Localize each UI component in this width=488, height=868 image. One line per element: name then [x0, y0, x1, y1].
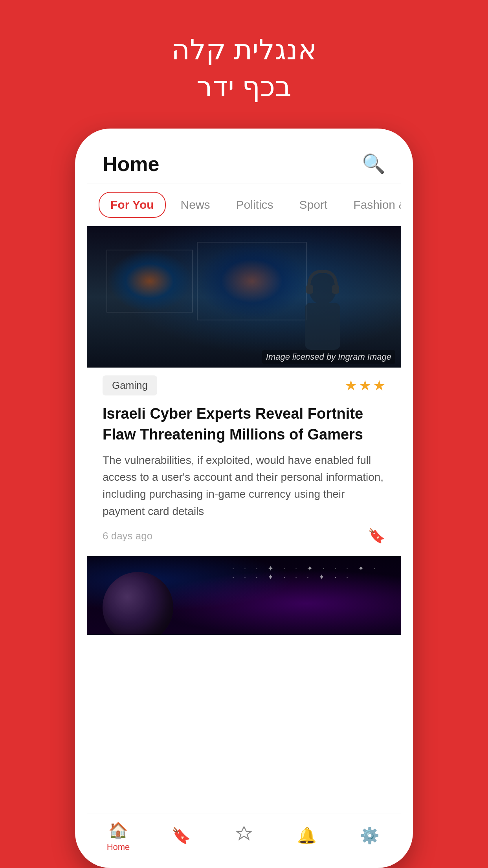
svg-rect-1 — [305, 303, 340, 350]
home-icon: 🏠 — [108, 821, 128, 840]
article-summary: The vulnerabilities, if exploited, would… — [87, 452, 401, 528]
tab-sport[interactable]: Sport — [288, 192, 339, 218]
tab-politics[interactable]: Politics — [225, 192, 284, 218]
star-2: ★ — [359, 377, 371, 394]
nav-settings[interactable]: ⚙️ — [346, 826, 393, 847]
notifications-icon: 🔔 — [297, 826, 317, 845]
nav-home[interactable]: 🏠 Home — [95, 821, 142, 852]
bookmarks-icon: 🔖 — [171, 826, 191, 845]
star-3: ★ — [373, 377, 385, 394]
discover-icon — [236, 826, 252, 845]
second-article-image — [87, 556, 401, 635]
article-time: 6 days ago — [103, 530, 152, 542]
content-area: Image licensed by Ingram Image Gaming ★ … — [87, 226, 401, 813]
app-tagline: אנגלית קלה בכף ידר — [171, 31, 317, 105]
bookmark-button[interactable]: 🔖 — [368, 528, 385, 544]
tabs-bar: For You News Politics Sport Fashion & Be… — [87, 184, 401, 226]
svg-marker-4 — [237, 827, 251, 839]
phone-frame: Home 🔍 For You News Politics Sport Fashi… — [75, 129, 413, 868]
settings-icon: ⚙️ — [360, 826, 380, 845]
star-1: ★ — [345, 377, 357, 394]
article-title: Israeli Cyber Experts Reveal Fortnite Fl… — [87, 399, 401, 451]
news-card-1: Image licensed by Ingram Image Gaming ★ … — [87, 226, 401, 556]
card-footer: 6 days ago 🔖 — [87, 528, 401, 544]
tab-for-you[interactable]: For You — [99, 192, 166, 218]
nav-bookmarks[interactable]: 🔖 — [158, 826, 205, 847]
page-title: Home — [103, 152, 159, 176]
bottom-navigation: 🏠 Home 🔖 🔔 ⚙️ — [87, 813, 401, 856]
search-button[interactable]: 🔍 — [362, 153, 385, 175]
category-badge: Gaming — [103, 375, 157, 395]
news-card-2 — [87, 556, 401, 647]
app-header: Home 🔍 — [87, 140, 401, 184]
card-meta: Gaming ★ ★ ★ — [87, 368, 401, 399]
nav-discover[interactable] — [220, 826, 268, 848]
article-image: Image licensed by Ingram Image — [87, 226, 401, 368]
svg-rect-3 — [332, 285, 339, 294]
nav-home-label: Home — [107, 842, 130, 852]
tab-fashion[interactable]: Fashion & Beauty — [342, 192, 401, 218]
svg-rect-2 — [306, 285, 313, 294]
tab-news[interactable]: News — [170, 192, 221, 218]
phone-screen: Home 🔍 For You News Politics Sport Fashi… — [87, 140, 401, 856]
nav-notifications[interactable]: 🔔 — [283, 826, 330, 847]
article-rating: ★ ★ ★ — [345, 377, 385, 394]
image-license: Image licensed by Ingram Image — [262, 350, 395, 364]
